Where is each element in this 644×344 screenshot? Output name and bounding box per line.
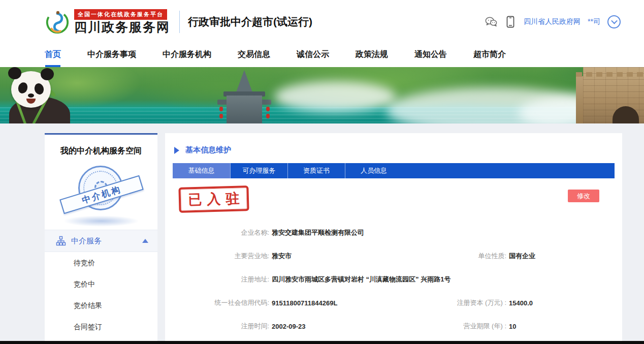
company-name-value: 雅安交建集团平顺检测有限公司 (272, 228, 364, 237)
mobile-phone-icon[interactable] (504, 16, 517, 28)
username[interactable]: **司 (588, 17, 600, 26)
banner-panda-illustration (0, 67, 96, 123)
main-panel: 基本信息维护 基础信息 可办理服务 资质证书 人员信息 已入驻 修改 企业名称:… (165, 133, 622, 344)
nav-item-service-agencies[interactable]: 中介服务机构 (163, 49, 211, 61)
stamp-shadow (63, 215, 139, 227)
reg-capital-label: 注册资本 (万元) : (442, 298, 509, 307)
nav-item-service-matters[interactable]: 中介服务事项 (87, 49, 136, 61)
header-right: 四川省人民政府网 **司 (485, 15, 621, 28)
nav-item-transaction-info[interactable]: 交易信息 (238, 49, 270, 61)
user-menu-chevron-down-icon[interactable] (607, 15, 621, 28)
platform-badge: 全国一体化在线政务服务平台 (74, 9, 167, 20)
sidebar-menu-label: 中介服务 (71, 236, 102, 246)
tab-available-services[interactable]: 可办理服务 (230, 163, 287, 178)
field-row: 主要营业地: 雅安市 单位性质: 国有企业 (165, 244, 622, 268)
credit-code-label: 统一社会信用代码: (165, 298, 272, 307)
business-term-label: 营业期限 (年) : (442, 322, 509, 331)
gov-portal-link[interactable]: 四川省人民政府网 (524, 17, 581, 26)
triangle-right-icon (174, 147, 179, 154)
wechat-icon[interactable] (485, 16, 497, 28)
tab-bar: 基础信息 可办理服务 资质证书 人员信息 (173, 163, 615, 178)
tab-basic-info[interactable]: 基础信息 (173, 163, 230, 178)
business-term-value: 10 (509, 323, 516, 330)
field-row: 注册地址: 四川雅安市雨城区多营镇对岩村 “川滇藏物流园区” 兴雨路1号 (165, 268, 622, 291)
tab-personnel-info[interactable]: 人员信息 (345, 163, 402, 178)
brand-block: 全国一体化在线政务服务平台 四川政务服务网 (74, 9, 170, 35)
sidebar-item-in-bidding[interactable]: 竞价中 (45, 273, 157, 295)
unit-nature-value: 国有企业 (509, 252, 535, 261)
reg-address-value: 四川雅安市雨城区多营镇对岩村 “川滇藏物流园区” 兴雨路1号 (272, 275, 450, 284)
sidebar-item-contract-signing[interactable]: 合同签订 (45, 316, 157, 337)
field-row: 统一社会信用代码: 91511800711844269L 注册资本 (万元) :… (165, 291, 622, 315)
bottom-bar (0, 341, 644, 344)
fields: 企业名称: 雅安交建集团平顺检测有限公司 主要营业地: 雅安市 单位性质: 国有… (165, 221, 622, 338)
banner-image (0, 67, 644, 123)
banner-mist (274, 81, 396, 112)
reg-address-label: 注册地址: (165, 275, 272, 284)
sidebar-menu-intermediary-service[interactable]: 中介服务 (45, 230, 157, 252)
nav-item-integrity-publicity[interactable]: 诚信公示 (297, 49, 329, 61)
registered-stamp: 已入驻 (178, 185, 249, 213)
nav-item-notices[interactable]: 通知公告 (414, 49, 447, 61)
nav-item-home[interactable]: 首页 (45, 49, 61, 61)
sitemap-icon (56, 236, 66, 246)
section-title: 基本信息维护 (185, 145, 231, 155)
reg-capital-value: 15400.0 (509, 299, 533, 307)
business-location-value: 雅安市 (272, 252, 292, 261)
agency-stamp-badge: 中介机构 (63, 165, 139, 225)
site-name: 四川政务服务网 (74, 20, 170, 35)
sidebar-title: 我的中介机构服务空间 (45, 135, 157, 162)
reg-date-value: 2002-09-23 (272, 323, 306, 330)
credit-code-value: 91511800711844269L (272, 299, 337, 307)
sidebar: 我的中介机构服务空间 中介机构 中介服务 待竞价 (45, 133, 157, 344)
sidebar-item-bidding-results[interactable]: 竞价结果 (45, 295, 157, 316)
field-row: 注册时间: 2002-09-23 营业期限 (年) : 10 (165, 315, 622, 338)
main-nav: 首页 中介服务事项 中介服务机构 交易信息 诚信公示 政策法规 通知公告 超市简… (0, 43, 644, 67)
unit-nature-label: 单位性质: (442, 252, 509, 261)
reg-date-label: 注册时间: (165, 322, 272, 331)
collapse-triangle-up-icon (142, 239, 148, 243)
header: 全国一体化在线政务服务平台 四川政务服务网 行政审批中介超市(试运行) (0, 0, 644, 43)
sichuan-logo-icon (45, 9, 70, 35)
section-title-row: 基本信息维护 (165, 133, 622, 155)
page-title: 行政审批中介超市(试运行) (188, 15, 312, 29)
business-location-label: 主要营业地: (165, 252, 272, 261)
modify-button[interactable]: 修改 (568, 190, 599, 202)
banner-city-wall-illustration (583, 67, 644, 123)
nav-item-about[interactable]: 超市简介 (473, 49, 506, 61)
field-row: 企业名称: 雅安交建集团平顺检测有限公司 (165, 221, 622, 244)
tab-qualification-certificates[interactable]: 资质证书 (287, 163, 345, 178)
sidebar-item-pending-bidding[interactable]: 待竞价 (45, 252, 157, 273)
site-logo: 全国一体化在线政务服务平台 四川政务服务网 (45, 9, 170, 35)
sidebar-submenu: 待竞价 竞价中 竞价结果 合同签订 服务成果 (45, 252, 157, 344)
content: 我的中介机构服务空间 中介机构 中介服务 待竞价 (0, 123, 644, 344)
page: 全国一体化在线政务服务平台 四川政务服务网 行政审批中介超市(试运行) (0, 0, 644, 344)
company-name-label: 企业名称: (165, 228, 272, 237)
nav-item-policies[interactable]: 政策法规 (356, 49, 388, 61)
header-divider (179, 11, 180, 33)
stamp-row: 已入驻 修改 (173, 178, 615, 221)
